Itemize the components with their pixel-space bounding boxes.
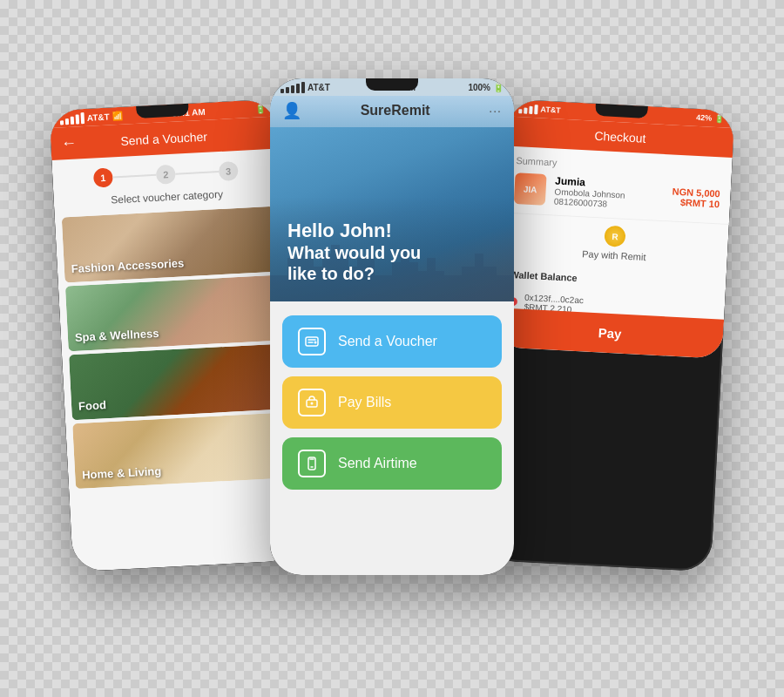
center-battery: 100% xyxy=(468,83,490,92)
step-3: 3 xyxy=(219,161,239,181)
menu-button[interactable]: ··· xyxy=(489,104,502,118)
pay-bills-label: Pay Bills xyxy=(338,395,391,410)
center-screen: AT&T 9:41 AM 100% 🔋 👤 SureRemit ··· xyxy=(270,78,514,575)
summary-label: Summary xyxy=(516,155,721,176)
category-fashion[interactable]: Fashion Accessories xyxy=(62,206,278,283)
svg-point-3 xyxy=(311,403,314,405)
pay-bills-button[interactable]: Pay Bills xyxy=(282,376,502,429)
merchant-info: Jumia Omobola Johnson 08126000738 xyxy=(554,174,665,211)
amount-rmt: $RMT 10 xyxy=(672,197,720,210)
send-airtime-button[interactable]: Send Airtime xyxy=(282,437,502,490)
center-carrier: AT&T xyxy=(308,83,330,92)
app-name-sure: Sure xyxy=(361,103,392,118)
pay-with-remit-label: Pay with Remit xyxy=(582,248,646,262)
step-1: 1 xyxy=(93,167,113,187)
right-carrier: AT&T xyxy=(540,105,561,114)
phone-left: AT&T 📶 9:41 AM 🔋 ← Send a Voucher 1 2 xyxy=(49,99,299,572)
category-food-label: Food xyxy=(71,391,113,420)
center-time: 9:41 AM xyxy=(382,83,416,92)
category-spa-label: Spa & Wellness xyxy=(67,320,166,352)
hero-text: Hello John! What would youlike to do? xyxy=(287,220,497,284)
send-voucher-label: Send a Voucher xyxy=(338,334,437,349)
category-living-label: Home & Living xyxy=(74,457,168,490)
app-name-remit: Remit xyxy=(391,103,429,118)
pay-bills-icon xyxy=(298,389,326,416)
profile-icon[interactable]: 👤 xyxy=(282,101,301,120)
left-screen: AT&T 📶 9:41 AM 🔋 ← Send a Voucher 1 2 xyxy=(49,99,299,572)
left-time: 9:41 AM xyxy=(172,106,206,118)
send-voucher-icon xyxy=(298,328,326,355)
send-airtime-label: Send Airtime xyxy=(338,456,417,471)
merchant-row: JIA Jumia Omobola Johnson 08126000738 NG… xyxy=(514,173,721,214)
hero-greeting: Hello John! xyxy=(287,220,497,242)
category-spa[interactable]: Spa & Wellness xyxy=(65,275,281,352)
center-status-bar: AT&T 9:41 AM 100% 🔋 xyxy=(270,78,514,96)
remit-coin-icon: R xyxy=(604,226,625,247)
category-living[interactable]: Home & Living xyxy=(72,412,288,489)
center-hero: Hello John! What would youlike to do? xyxy=(270,127,514,301)
right-screen: AT&T 9:41 AM 42% 🔋 Checkout Summary JIA xyxy=(496,99,735,359)
send-airtime-icon xyxy=(298,450,326,477)
pay-button-label: Pay xyxy=(598,325,622,341)
svg-point-1 xyxy=(314,342,317,344)
phones-container: AT&T 📶 9:41 AM 🔋 ← Send a Voucher 1 2 xyxy=(35,35,749,662)
phone-center: AT&T 9:41 AM 100% 🔋 👤 SureRemit ··· xyxy=(270,78,514,575)
left-carrier: AT&T xyxy=(86,112,109,122)
action-buttons: Send a Voucher Pay Bills xyxy=(270,301,514,504)
right-header-title: Checkout xyxy=(594,129,646,145)
right-time: 9:41 AM xyxy=(613,109,644,119)
step-2: 2 xyxy=(156,165,176,185)
checkout-summary: Summary JIA Jumia Omobola Johnson 081260… xyxy=(503,145,733,225)
left-header-title: Send a Voucher xyxy=(85,127,243,149)
center-header: 👤 SureRemit ··· xyxy=(270,96,514,127)
merchant-logo-text: JIA xyxy=(524,184,537,194)
phone-right: AT&T 9:41 AM 42% 🔋 Checkout Summary JIA xyxy=(484,99,734,572)
wallet-title: Wallet Balance xyxy=(510,269,715,290)
app-title: SureRemit xyxy=(361,103,430,118)
voucher-categories: Fashion Accessories Spa & Wellness Food … xyxy=(55,206,295,489)
send-voucher-button[interactable]: Send a Voucher xyxy=(282,315,502,368)
hero-question: What would youlike to do? xyxy=(287,242,497,284)
category-food[interactable]: Food xyxy=(69,344,285,421)
back-button[interactable]: ← xyxy=(61,134,78,153)
category-fashion-label: Fashion Accessories xyxy=(64,249,192,283)
merchant-logo: JIA xyxy=(514,173,547,206)
right-battery-label: 42% xyxy=(696,113,713,123)
merchant-amount: NGN 5,000 $RMT 10 xyxy=(672,186,720,210)
